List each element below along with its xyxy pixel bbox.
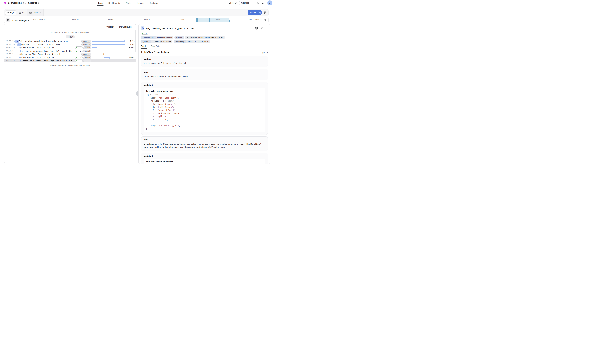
span-bar-cell: [92, 40, 127, 43]
get-help-button[interactable]: Get help: [239, 1, 254, 5]
visibility-dropdown[interactable]: Visibility: [107, 26, 116, 28]
badge-llm: LLM: [75, 50, 83, 52]
json-token: ,: [167, 115, 168, 118]
panel-resize-handle[interactable]: [137, 91, 138, 96]
timeline-track[interactable]: Nov 12, 22:59:0322:59:0522:59:0722:59:09…: [4, 17, 268, 23]
badge-openai: openai: [83, 46, 91, 49]
robot-icon: [19, 11, 21, 14]
role-label: assistant: [144, 84, 265, 86]
ai-label: AI: [22, 11, 24, 14]
tab-explore[interactable]: Explore: [137, 0, 144, 6]
main-nav-tabs: LiveDashboardsAlertsExploreSettings: [98, 0, 158, 6]
filter-button[interactable]: [263, 11, 266, 14]
log-row-body: Retrying Chat Completion. Attempt 1magen…: [14, 53, 92, 56]
span-bar: [104, 57, 109, 58]
collapse-toggle[interactable]: 6: [15, 40, 19, 42]
log-row[interactable]: 22:59:105LLM-assisted retries enabled. M…: [4, 43, 136, 46]
log-row-body: 5LLM-assisted retries enabled. Max 3mage…: [14, 43, 92, 46]
collapse-toggle[interactable]: 5: [17, 43, 21, 46]
badge-magentic: magentic: [81, 43, 91, 46]
green-dot-icon: [142, 33, 143, 34]
updown-chevron-icon: [22, 2, 24, 4]
json-line: 0: "Super Strength",: [153, 103, 263, 106]
span-bar: [92, 41, 125, 42]
close-button[interactable]: [266, 27, 268, 29]
search-button[interactable]: Search ↵: [248, 10, 262, 15]
json-token: 6 items: [164, 100, 173, 102]
tab-live[interactable]: Live: [98, 0, 103, 6]
span-bar-cell: [92, 43, 127, 46]
log-row[interactable]: 22:59:10Chat Completion with 'gpt-4o'LLM…: [4, 46, 136, 49]
tick-mark: [183, 21, 183, 22]
json-token: "name": [149, 97, 156, 99]
tick-label: 22:59:05: [72, 19, 78, 21]
json-token: ,: [179, 125, 180, 127]
tab-settings[interactable]: Settings: [150, 0, 158, 6]
sql-label: SQL: [10, 11, 14, 14]
dock-panel-button[interactable]: [255, 27, 258, 30]
log-row-body: Chat Completion with 'gpt-4o'LLMopenai: [14, 56, 92, 59]
tick-label: 22:59:07: [108, 19, 114, 21]
ai-mode-button[interactable]: AI: [19, 11, 24, 14]
zoom-in-button[interactable]: [263, 18, 267, 22]
visibility-label: Visibility: [107, 26, 114, 28]
log-row-body: streaming response from 'gpt-4o' took 0.…: [14, 59, 92, 62]
json-token: :: [154, 115, 156, 118]
log-row[interactable]: 22:59:11Chat Completion with 'gpt-4o'LLM…: [4, 56, 136, 59]
metadata-chip: Trace ID#9146a6974e4e6140538043607a71c75…: [174, 36, 225, 39]
collapse-caret-icon[interactable]: [146, 94, 148, 95]
user-avatar[interactable]: J: [267, 0, 272, 5]
span-bar-cell: [92, 59, 127, 62]
share-link-button[interactable]: [262, 1, 265, 4]
span-bar-cap: [124, 41, 125, 42]
json-line: 1: "Night Vision",: [153, 106, 263, 109]
dataset-selector[interactable]: magentic: [28, 2, 39, 4]
log-row[interactable]: 22:59:11streaming response from 'gpt-4o'…: [4, 49, 136, 53]
default-levels-label: Default levels: [119, 26, 131, 28]
sql-mode-button[interactable]: SQL: [5, 10, 16, 15]
json-token: :: [154, 112, 156, 114]
duration-label: 1.9s: [127, 43, 136, 46]
log-badges: magentic: [81, 43, 92, 46]
tab-raw-data[interactable]: Raw Data: [151, 45, 160, 49]
default-levels-dropdown[interactable]: Default levels: [119, 26, 134, 28]
json-token: 3: [153, 112, 154, 114]
minus-square-icon: [18, 44, 19, 45]
role-label: user: [144, 71, 265, 73]
log-row[interactable]: 22:59:12streaming response from 'gpt-4o'…: [4, 59, 136, 62]
span-bar-cap: [109, 57, 109, 59]
enter-key-icon: ↵: [258, 11, 260, 14]
collapse-caret-icon[interactable]: [149, 100, 151, 102]
log-row[interactable]: 22:59:11Retrying Chat Completion. Attemp…: [4, 53, 136, 56]
json-line: "powers": [ 6 items: [149, 99, 263, 103]
tab-details[interactable]: Details: [141, 45, 147, 49]
query-input[interactable]: [43, 10, 248, 16]
copy-link-button[interactable]: [260, 27, 263, 30]
chip-value[interactable]: #9146a6974e4e6140538043607a71c75e: [185, 36, 225, 39]
log-row[interactable]: 22:59:106Calling chatprompt-function mak…: [4, 40, 136, 43]
query-bar: SQL AI Fields Search ↵: [4, 9, 269, 16]
json-line: "city": "Gotham City, NY",: [149, 124, 263, 127]
log-row-body: Chat Completion with 'gpt-4o'LLMopenai: [14, 46, 92, 49]
tab-alerts[interactable]: Alerts: [126, 0, 131, 6]
span-tick: [124, 60, 124, 62]
json-token: ,: [167, 118, 168, 121]
theme-toggle-button[interactable]: [256, 1, 259, 4]
org-selector[interactable]: jackmpcollins: [8, 2, 24, 4]
get-help-label: Get help: [241, 2, 249, 4]
brand-logo-icon: [4, 2, 7, 4]
timeline-selection[interactable]: [196, 18, 229, 22]
docs-label: Docs: [229, 2, 234, 4]
log-time: 22:59:10: [4, 47, 14, 49]
scrollbar-thumb[interactable]: [135, 30, 136, 52]
chip-label: Trace ID: [174, 36, 184, 39]
external-link-icon: [235, 2, 236, 4]
log-message: Retrying Chat Completion. Attempt 1: [22, 53, 63, 55]
fields-button[interactable]: Fields: [27, 10, 43, 16]
tab-dashboards[interactable]: Dashboards: [108, 0, 120, 6]
chip-value[interactable]: #fd81e8f78c4ecc9f: [151, 40, 172, 43]
docs-link[interactable]: Docs: [229, 2, 236, 4]
json-line: 2: "Enhanced Smell",: [153, 109, 263, 112]
log-badges: magentic: [81, 40, 92, 42]
json-token: "Gotham City, NY": [159, 125, 179, 127]
